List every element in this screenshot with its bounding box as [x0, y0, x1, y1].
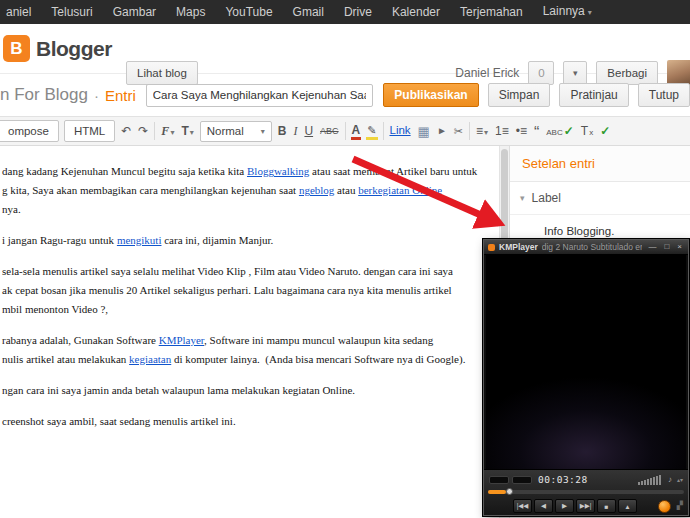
check-icon: ✓ — [564, 125, 574, 137]
post-inline-link[interactable]: berkegiatan Online — [358, 184, 442, 196]
tab-compose[interactable]: ompose — [0, 120, 59, 142]
play-button[interactable]: ▶ — [555, 499, 574, 513]
post-paragraph: dang kadang Kejenuhan Muncul begitu saja… — [2, 162, 497, 219]
kmplayer-status-row: 00:03:28 ♪ ▴▾ — [484, 470, 688, 486]
resize-grip[interactable]: ▞ — [677, 502, 683, 510]
save-button[interactable]: Simpan — [488, 83, 551, 107]
kmplayer-window: KMPlayer dig 2 Naruto Subtitulado en esp… — [483, 239, 689, 516]
post-text: sela-sela menulis artikel saya selalu me… — [2, 265, 453, 315]
font-menu-button[interactable]: F▾ — [160, 123, 175, 139]
blogger-logo-icon: B — [3, 35, 30, 62]
volume-bar — [644, 480, 646, 485]
post-inline-link[interactable]: kegiaatan — [129, 353, 171, 365]
seek-bar[interactable] — [488, 490, 684, 494]
undo-icon[interactable]: ↶ — [120, 123, 132, 139]
maximize-icon[interactable]: □ — [662, 243, 671, 251]
redo-icon[interactable]: ↷ — [137, 123, 149, 139]
minimize-icon[interactable]: — — [646, 243, 658, 251]
kmplayer-button-row: |◀◀ ◀ ▶ ▶▶| ■ ▲ ▞ — [484, 496, 688, 513]
rewind-button[interactable]: ◀ — [534, 499, 553, 513]
post-text: ngan cara ini saya jamin anda betah wala… — [2, 384, 355, 396]
italic-button[interactable]: I — [292, 123, 298, 139]
bold-button[interactable]: B — [277, 123, 288, 139]
spellcheck-abc: ABC — [546, 129, 562, 137]
google-bar-item-search[interactable]: Telusuri — [41, 0, 102, 24]
text-color-button[interactable]: A — [351, 122, 362, 140]
post-inline-link[interactable]: KMPlayer — [159, 334, 204, 346]
google-bar-item-maps[interactable]: Maps — [166, 0, 215, 24]
toolbar-divider — [469, 122, 470, 140]
post-inline-link[interactable]: mengikuti — [117, 234, 162, 246]
post-title-input[interactable] — [146, 84, 374, 107]
google-bar-item-gmail[interactable]: Gmail — [283, 0, 334, 24]
jump-break-icon[interactable]: ✂ — [453, 124, 464, 139]
label-section-row[interactable]: ▾ Label — [510, 182, 690, 215]
close-button[interactable]: Tutup — [638, 83, 690, 107]
chevron-down-icon: ▾ — [484, 129, 488, 137]
volume-bar — [641, 481, 643, 485]
highlight-color-button[interactable]: ✎ — [366, 123, 377, 140]
post-paragraph: i jangan Ragu-ragu untuk mengikuti cara … — [2, 231, 497, 250]
volume-bar — [647, 479, 649, 485]
post-action-bar: n For Blogg · Entri Publikasikan Simpan … — [0, 74, 690, 116]
post-inline-link[interactable]: Bloggwalking — [247, 165, 309, 177]
chevron-down-icon: ▾ — [170, 129, 174, 137]
tab-html[interactable]: HTML — [64, 120, 115, 142]
blogger-header: B Blogger Lihat blog Daniel Erick 0 ▾ Be… — [0, 24, 690, 74]
google-bar-item-profile[interactable]: aniel — [0, 0, 41, 24]
format-dropdown[interactable]: Normal▾ — [200, 121, 272, 142]
volume-slider[interactable] — [638, 475, 661, 485]
google-bar-item-more[interactable]: Lainnya▾ — [533, 0, 602, 25]
bullet-list-icon[interactable]: •≡ — [515, 123, 528, 139]
seek-bar-fill — [488, 490, 506, 494]
toolbar-divider — [154, 122, 155, 140]
stop-button[interactable]: ■ — [597, 499, 616, 513]
previous-button[interactable]: |◀◀ — [513, 499, 532, 513]
kmplayer-app-name: KMPlayer — [499, 242, 538, 252]
post-inline-link[interactable]: ngeblog — [299, 184, 334, 196]
volume-bar — [638, 482, 640, 485]
google-bar-item-images[interactable]: Gambar — [103, 0, 166, 24]
remove-formatting-button[interactable]: Tx — [580, 123, 594, 139]
kmplayer-control-panel: 00:03:28 ♪ ▴▾ |◀◀ ◀ ▶ ▶▶| ■ ▲ — [484, 469, 688, 515]
quote-icon[interactable]: “ — [533, 123, 540, 138]
post-text: di komputer lainya. (Anda bisa mencari S… — [171, 353, 465, 365]
speaker-icon[interactable]: ♪ — [668, 475, 672, 484]
post-text: atau — [334, 184, 358, 196]
insert-image-icon[interactable]: ▦ — [417, 123, 431, 140]
seek-bar-handle[interactable] — [506, 488, 513, 495]
publish-button[interactable]: Publikasikan — [383, 83, 478, 107]
check-icon[interactable]: ✓ — [599, 123, 611, 139]
volume-bar — [656, 476, 658, 485]
font-icon: F — [161, 125, 169, 137]
google-bar-item-youtube[interactable]: YouTube — [215, 0, 282, 24]
eject-button[interactable]: ▲ — [618, 499, 637, 513]
google-top-bar: aniel Telusuri Gambar Maps YouTube Gmail… — [0, 0, 690, 24]
post-paragraph: ngan cara ini saya jamin anda betah wala… — [2, 381, 497, 400]
post-text: creenshot saya ambil, saat sedang menuli… — [2, 415, 236, 427]
insert-link-button[interactable]: Link — [389, 123, 412, 139]
chevron-down-icon: ▾ — [190, 129, 194, 137]
blogger-logo[interactable]: B Blogger — [3, 35, 112, 62]
google-bar-item-drive[interactable]: Drive — [334, 0, 382, 24]
post-paragraph: sela-sela menulis artikel saya selalu me… — [2, 262, 497, 319]
font-size-menu-button[interactable]: T▾ — [180, 123, 194, 139]
chevron-down-icon: ▾ — [520, 193, 525, 203]
google-bar-item-translate[interactable]: Terjemahan — [450, 0, 533, 24]
post-settings-header[interactable]: Setelan entri — [510, 146, 690, 182]
kmplayer-menu-button[interactable] — [658, 500, 671, 513]
volume-updown-icon[interactable]: ▴▾ — [677, 477, 683, 483]
close-icon[interactable]: × — [675, 243, 684, 251]
google-bar-item-calendar[interactable]: Kalender — [382, 0, 450, 24]
next-button[interactable]: ▶▶| — [576, 499, 595, 513]
post-text: nya. — [2, 203, 21, 215]
insert-video-icon[interactable]: ► — [436, 124, 448, 138]
spellcheck-button[interactable]: ABC✓ — [545, 123, 575, 139]
kmplayer-titlebar[interactable]: KMPlayer dig 2 Naruto Subtitulado en esp… — [484, 240, 688, 255]
underline-button[interactable]: U — [303, 123, 314, 139]
post-editor-body[interactable]: dang kadang Kejenuhan Muncul begitu saja… — [0, 146, 499, 518]
numbered-list-icon[interactable]: 1≡ — [494, 123, 510, 139]
alignment-button[interactable]: ≡▾ — [475, 123, 489, 139]
strikethrough-button[interactable]: ABC — [319, 125, 340, 138]
preview-button[interactable]: Pratinjau — [559, 83, 628, 107]
